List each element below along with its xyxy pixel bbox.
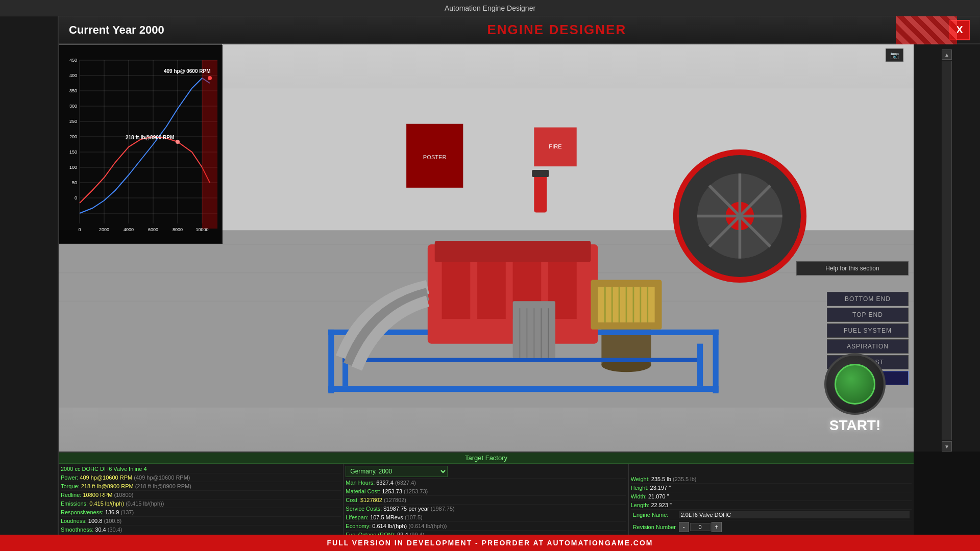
target-factory-label: Target Factory xyxy=(465,454,507,462)
cost-value: $127802 xyxy=(360,497,384,503)
camera-icon[interactable]: 📷 xyxy=(886,48,903,62)
service-costs-extra: (1987.75) xyxy=(431,506,455,512)
current-year: Current Year 2000 xyxy=(69,23,164,37)
svg-text:450: 450 xyxy=(69,58,77,63)
height-value: 23.197 " xyxy=(650,485,671,491)
graph-panel: 450 400 350 300 250 200 150 100 50 0 0 2… xyxy=(59,44,222,243)
start-area: START! xyxy=(804,354,906,434)
header-decoration xyxy=(896,16,957,44)
material-cost-value: 1253.73 xyxy=(382,488,404,494)
torque-extra: (218 ft-lb@8900 RPM) xyxy=(135,483,191,489)
responsiveness-value: 136.9 xyxy=(105,509,121,515)
revision-decrease-btn[interactable]: - xyxy=(679,522,689,532)
svg-text:6000: 6000 xyxy=(148,227,158,232)
svg-text:250: 250 xyxy=(69,119,77,124)
svg-text:200: 200 xyxy=(69,134,77,139)
viewport: POSTER FIRE xyxy=(59,44,914,452)
height-row: Height: 23.197 " xyxy=(631,484,912,492)
power-value: 409 hp@10600 RPM xyxy=(80,474,134,481)
revision-input[interactable] xyxy=(690,523,710,531)
svg-rect-83 xyxy=(202,60,217,229)
service-costs-label: Service Costs: xyxy=(346,506,383,512)
scroll-up-arrow[interactable]: ▲ xyxy=(942,49,952,60)
main-container: Current Year 2000 ENGINE DESIGNER X POST… xyxy=(0,16,980,551)
economy-row: Economy: 0.614 lb/(hph) (0.614 lb/(hph)) xyxy=(346,522,626,531)
nav-btn-top-end[interactable]: TOP END xyxy=(827,308,909,322)
manhours-value: 6327.4 xyxy=(376,480,395,486)
header-bar: Current Year 2000 ENGINE DESIGNER X xyxy=(59,16,980,44)
svg-point-85 xyxy=(176,140,180,144)
torque-row: Torque: 218 ft-lb@8900 RPM (218 ft-lb@89… xyxy=(61,482,341,491)
factory-select-row: Germany, 2000 Japan, 2000 USA, 2000 xyxy=(346,465,626,479)
revision-increase-btn[interactable]: + xyxy=(712,522,722,532)
preorder-text: FULL VERSION IN DEVELOPMENT - PREORDER A… xyxy=(327,539,653,547)
weight-row: Weight: 235.5 lb (235.5 lb) xyxy=(631,475,912,484)
svg-rect-16 xyxy=(534,173,547,212)
cost-row: Cost: $127802 (127802) xyxy=(346,496,626,505)
height-label: Height: xyxy=(631,485,650,491)
svg-rect-22 xyxy=(328,330,334,393)
title-bar: Automation Engine Designer xyxy=(0,0,980,16)
revision-row: Revision Number - + xyxy=(631,520,912,534)
lifespan-label: Lifespan: xyxy=(346,514,370,520)
svg-rect-24 xyxy=(328,386,719,392)
lifespan-value: 107.5 MRevs xyxy=(370,514,405,520)
target-factory-bar: Target Factory xyxy=(59,453,914,464)
svg-rect-30 xyxy=(442,262,471,319)
engine-name-value: 2.0L I6 Valve DOHC xyxy=(679,511,910,518)
svg-text:350: 350 xyxy=(69,88,77,93)
torque-value: 218 ft-lb@8900 RPM xyxy=(81,483,135,489)
svg-rect-49 xyxy=(59,45,223,244)
redline-extra: (10800) xyxy=(114,492,134,498)
manhours-extra: (6327.4) xyxy=(395,480,416,486)
economy-label: Economy: xyxy=(346,523,372,529)
manhours-label: Man Hours: xyxy=(346,480,376,486)
svg-text:409 hp@ 0600 RPM: 409 hp@ 0600 RPM xyxy=(164,68,210,74)
service-costs-value: $1987.75 per year xyxy=(383,506,430,512)
emissions-label: Emissions: xyxy=(61,500,89,507)
power-extra: (409 hp@10600 RPM) xyxy=(134,474,190,481)
length-row: Length: 22.923 " xyxy=(631,501,912,510)
svg-text:300: 300 xyxy=(69,104,77,109)
smoothness-row: Smoothness: 30.4 (30.4) xyxy=(61,525,341,534)
svg-text:150: 150 xyxy=(69,149,77,155)
scroll-down-arrow[interactable]: ▼ xyxy=(942,441,952,452)
start-button-inner xyxy=(835,364,875,405)
svg-rect-31 xyxy=(477,262,506,319)
start-button[interactable] xyxy=(824,354,886,415)
weight-extra: (235.5 lb) xyxy=(673,476,696,482)
emissions-value: 0.415 lb/(hph) xyxy=(89,500,126,507)
economy-extra: (0.614 lb/(hph)) xyxy=(408,523,447,529)
graph-svg: 450 400 350 300 250 200 150 100 50 0 0 2… xyxy=(59,45,223,244)
smoothness-value: 30.4 xyxy=(95,527,107,533)
engine-desc: 2000 cc DOHC DI I6 Valve Inline 4 xyxy=(61,466,147,472)
smoothness-label: Smoothness: xyxy=(61,527,95,533)
nav-btn-bottom-end[interactable]: BOTTOM END xyxy=(827,292,909,306)
lifespan-row: Lifespan: 107.5 MRevs (107.5) xyxy=(346,513,626,522)
help-box[interactable]: Help for this section xyxy=(796,261,909,276)
revision-controls: - + xyxy=(679,522,722,532)
lifespan-extra: (107.5) xyxy=(405,514,423,520)
app-title: Automation Engine Designer xyxy=(445,4,535,12)
redline-label: Redline: xyxy=(61,492,83,498)
power-label: Power: xyxy=(61,474,80,481)
manhours-row: Man Hours: 6327.4 (6327.4) xyxy=(346,479,626,487)
svg-rect-29 xyxy=(435,241,591,262)
emissions-row: Emissions: 0.415 lb/(hph) (0.415 lb/(hph… xyxy=(61,499,341,508)
torque-label: Torque: xyxy=(61,483,81,489)
engine-name-label: Engine Name: xyxy=(633,512,679,518)
svg-text:100: 100 xyxy=(69,165,77,170)
width-value: 21.070 " xyxy=(648,493,669,499)
nav-btn-fuel-system[interactable]: FUEL SYSTEM xyxy=(827,323,909,338)
svg-text:4000: 4000 xyxy=(124,227,134,232)
length-value: 22.923 " xyxy=(651,502,672,508)
nav-btn-aspiration[interactable]: ASPIRATION xyxy=(827,339,909,354)
factory-select[interactable]: Germany, 2000 Japan, 2000 USA, 2000 xyxy=(346,466,448,477)
engine-desc-row: 2000 cc DOHC DI I6 Valve Inline 4 xyxy=(61,465,341,473)
svg-text:50: 50 xyxy=(72,180,77,185)
loudness-row: Loudness: 100.8 (100.8) xyxy=(61,517,341,525)
svg-rect-17 xyxy=(532,170,549,177)
material-cost-row: Material Cost: 1253.73 (1253.73) xyxy=(346,487,626,496)
emissions-extra: (0.415 lb/(hph)) xyxy=(126,500,164,507)
cost-extra: (127802) xyxy=(384,497,406,503)
